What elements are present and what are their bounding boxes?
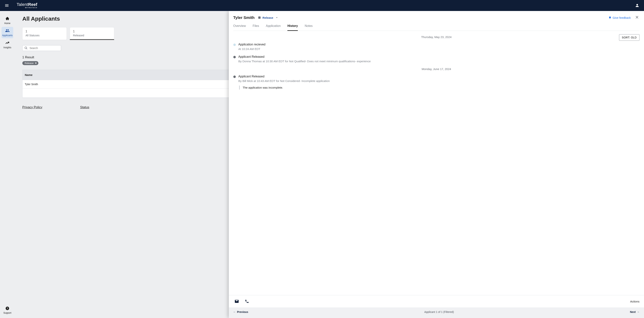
logo-subtitle: MITRATECH xyxy=(17,7,37,9)
panel-header: Tyler Smith Release Give feedback xyxy=(229,11,644,31)
product-logo: TalentReef MITRATECH xyxy=(17,3,37,9)
status-color-swatch xyxy=(258,17,260,19)
tab-history[interactable]: History xyxy=(288,24,298,31)
search-icon xyxy=(24,46,28,50)
next-label: Next xyxy=(630,310,636,313)
status-card-released[interactable]: 1 Released xyxy=(70,27,114,40)
event-note: The application was incomplete. xyxy=(239,86,330,90)
mail-icon xyxy=(234,299,239,304)
panel-action-bar: Actions xyxy=(229,295,644,307)
main-content: All Applicants 1 All Statuses 1 Released… xyxy=(15,11,644,318)
sidebar-item-support[interactable]: ? Support xyxy=(2,305,13,318)
people-icon xyxy=(5,28,10,33)
person-icon xyxy=(635,3,640,8)
event-title: Applicant Released xyxy=(238,55,371,59)
arrow-left-icon: ← xyxy=(233,310,236,313)
sidebar-item-label: Home xyxy=(4,22,10,25)
event-title: Application recieved xyxy=(238,43,266,46)
sort-button[interactable]: SORT: OLD xyxy=(619,34,640,41)
history-event: Applicant Released By Donna Thomas at 10… xyxy=(233,55,640,63)
event-subtitle: By Bill Mick at 10:43 AM EDT for Not Con… xyxy=(238,79,330,83)
sidebar-item-applicants[interactable]: Applicants xyxy=(2,27,13,38)
status-card-count: 1 xyxy=(73,30,111,33)
help-icon: ? xyxy=(5,306,10,310)
tab-application[interactable]: Application xyxy=(266,24,280,31)
status-card-label: All Statuses xyxy=(26,34,64,37)
tab-overview[interactable]: Overview xyxy=(233,24,246,31)
tab-notes[interactable]: Notes xyxy=(304,24,312,31)
status-link[interactable]: Status xyxy=(80,105,89,109)
give-feedback-link[interactable]: Give feedback xyxy=(608,16,631,19)
tab-files[interactable]: Files xyxy=(252,24,259,31)
history-date-heading: Thursday, May 23, 2024 xyxy=(233,35,640,39)
history-event: Applicant Released By Bill Mick at 10:43… xyxy=(233,75,640,90)
search-box[interactable] xyxy=(22,45,61,51)
account-button[interactable] xyxy=(634,2,641,9)
applicant-detail-panel: Tyler Smith Release Give feedback xyxy=(229,11,644,318)
panel-nav-bar: ← Previous Applicant 1 of 1 (Filtered) N… xyxy=(229,307,644,318)
app-bar: TalentReef MITRATECH xyxy=(0,0,644,11)
status-card-all[interactable]: 1 All Statuses xyxy=(22,27,67,40)
phone-icon xyxy=(245,299,249,303)
phone-button[interactable] xyxy=(244,298,250,305)
sidebar-item-insights[interactable]: Insights xyxy=(2,39,13,50)
arrow-right-icon: → xyxy=(637,310,640,313)
status-card-count: 1 xyxy=(26,30,64,33)
feedback-label: Give feedback xyxy=(612,16,631,19)
event-subtitle: At 10:24 AM EDT xyxy=(238,47,266,51)
close-panel-button[interactable] xyxy=(634,15,640,20)
event-dot-icon xyxy=(233,44,236,46)
actions-menu-button[interactable]: Actions xyxy=(630,300,640,303)
event-subtitle: By Donna Thomas at 10:30 AM EDT for Not … xyxy=(238,59,371,63)
chevron-down-icon xyxy=(275,16,278,19)
sidebar-item-label: Applicants xyxy=(2,34,12,37)
applicant-name: Tyler Smith xyxy=(233,15,255,20)
diamond-icon xyxy=(608,16,612,19)
previous-button[interactable]: ← Previous xyxy=(233,310,248,313)
status-label: Release xyxy=(262,16,273,19)
svg-text:?: ? xyxy=(6,307,8,310)
sidebar-item-label: Insights xyxy=(4,46,11,49)
hamburger-menu-button[interactable] xyxy=(3,2,10,9)
detail-tabs: Overview Files Application History Notes xyxy=(233,24,640,31)
sidebar: Home Applicants Insights ? Support xyxy=(0,11,15,318)
close-icon xyxy=(635,15,639,19)
home-icon xyxy=(5,16,10,21)
chip-remove-icon[interactable]: ✕ xyxy=(35,62,37,65)
filter-chip-release[interactable]: Release ✕ xyxy=(22,61,38,65)
event-dot-icon xyxy=(233,56,236,58)
event-title: Applicant Released xyxy=(238,75,330,78)
chip-label: Release xyxy=(24,62,34,65)
event-dot-icon xyxy=(233,76,236,78)
next-button[interactable]: Next → xyxy=(630,310,640,313)
column-header-name[interactable]: Name xyxy=(22,70,241,80)
logo-word-1: Talent xyxy=(17,2,28,7)
privacy-policy-link[interactable]: Privacy Policy xyxy=(22,105,42,109)
history-event: Application recieved At 10:24 AM EDT xyxy=(233,43,640,51)
menu-icon xyxy=(4,3,9,8)
search-input[interactable] xyxy=(29,46,59,50)
trending-up-icon xyxy=(5,41,10,45)
cell-name: Tyler Smith xyxy=(22,80,241,89)
history-body: SORT: OLD Thursday, May 23, 2024 Applica… xyxy=(229,31,644,295)
email-button[interactable] xyxy=(233,298,240,305)
history-date-heading: Monday, June 17, 2024 xyxy=(233,67,640,71)
status-card-label: Released xyxy=(73,34,111,37)
sidebar-item-home[interactable]: Home xyxy=(2,15,13,26)
applicant-position-text: Applicant 1 of 1 (Filtered) xyxy=(248,310,630,313)
status-dropdown[interactable]: Release xyxy=(258,16,278,19)
sidebar-item-label: Support xyxy=(4,311,11,314)
logo-word-2: Reef xyxy=(28,2,38,7)
previous-label: Previous xyxy=(237,310,248,313)
